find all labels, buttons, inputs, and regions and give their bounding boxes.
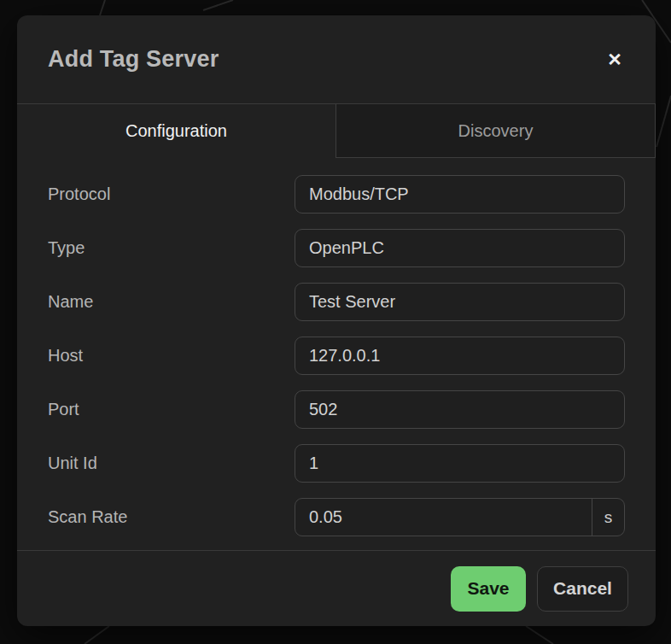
tab-discovery[interactable]: Discovery [336, 104, 656, 158]
tab-configuration[interactable]: Configuration [17, 104, 336, 158]
protocol-input-group [295, 175, 625, 214]
tab-bar: Configuration Discovery [17, 104, 656, 158]
unit-id-input-group [295, 444, 625, 483]
protocol-label: Protocol [48, 184, 295, 204]
host-input[interactable] [295, 337, 624, 374]
unit-id-input[interactable] [295, 445, 624, 482]
configuration-form: Protocol Type Name Host Port [17, 158, 656, 550]
type-input-group [295, 229, 625, 267]
scan-rate-label: Scan Rate [48, 507, 295, 527]
port-input-group [295, 390, 625, 429]
name-input[interactable] [295, 284, 624, 320]
protocol-input[interactable] [295, 176, 624, 213]
dialog-footer: Save Cancel [17, 550, 656, 626]
close-icon[interactable]: ✕ [596, 41, 633, 79]
name-input-group [295, 283, 625, 321]
type-input[interactable] [295, 230, 624, 266]
port-label: Port [48, 400, 295, 419]
form-row-port: Port [48, 390, 625, 429]
cancel-button[interactable]: Cancel [537, 566, 628, 612]
form-row-scan-rate: Scan Rate s [48, 498, 625, 536]
unit-id-label: Unit Id [48, 454, 295, 473]
form-row-name: Name [48, 283, 625, 321]
name-label: Name [48, 292, 295, 312]
host-input-group [295, 337, 625, 375]
dialog-header: Add Tag Server ✕ [17, 15, 656, 104]
host-label: Host [48, 346, 295, 366]
scan-rate-input-group: s [295, 498, 625, 536]
port-input[interactable] [295, 391, 624, 428]
dialog-title: Add Tag Server [48, 46, 219, 73]
scan-rate-unit-suffix: s [592, 499, 624, 536]
form-row-type: Type [48, 229, 625, 267]
save-button[interactable]: Save [451, 566, 526, 612]
form-row-protocol: Protocol [48, 175, 625, 214]
form-row-unit-id: Unit Id [48, 444, 625, 483]
add-tag-server-dialog: Add Tag Server ✕ Configuration Discovery… [17, 15, 656, 626]
type-label: Type [48, 238, 295, 258]
form-row-host: Host [48, 337, 625, 375]
scan-rate-input[interactable] [295, 499, 592, 536]
